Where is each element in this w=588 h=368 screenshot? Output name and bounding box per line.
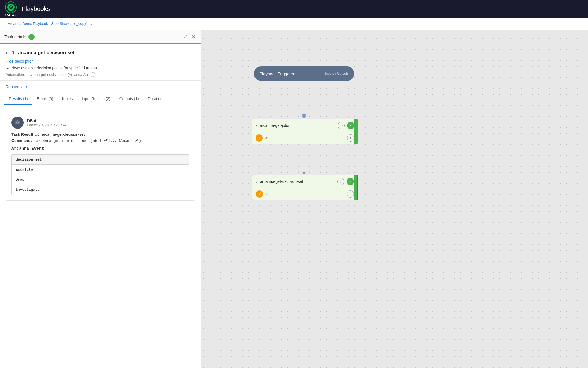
- main-tab[interactable]: Arcanna Demo Playbook - Step Showcase_co…: [4, 18, 96, 30]
- logo-inner: [7, 4, 15, 11]
- node-status-bar-2: [354, 175, 357, 200]
- node-check-icon-2: ✓: [347, 178, 354, 185]
- sub-tabs: Results (1) Errors (0) Inputs Input Resu…: [0, 93, 201, 105]
- svg-rect-5: [16, 123, 19, 124]
- svg-rect-2: [15, 121, 20, 124]
- info-icon[interactable]: i: [91, 72, 95, 77]
- task-name-text: arcanna-get-decision-set: [18, 50, 74, 55]
- page-title: Playbooks: [22, 5, 50, 13]
- automation-label: Automation: 'arcanna-get-decision-set (A…: [6, 72, 89, 77]
- decision-table-header: decision_set: [12, 155, 189, 165]
- task-title-row: › #6 arcanna-get-decision-set: [6, 49, 195, 56]
- canvas-area: Playbook Triggered Inputs / Outputs › ar…: [201, 30, 588, 368]
- node-number: #1: [265, 136, 345, 140]
- node-pause-button-2[interactable]: ⏸: [347, 190, 354, 198]
- svg-marker-10: [302, 116, 306, 119]
- node-play-button-2[interactable]: ▷: [337, 178, 344, 185]
- node-header-selected: › arcanna-get-decision-set ▷ ✓: [252, 175, 357, 188]
- result-task-result-line: Task Result #6: arcanna-get-decision-set: [11, 132, 189, 137]
- result-command-line: Command: !arcanna-get-decision-set job_i…: [11, 138, 189, 143]
- chevron-right-icon: ›: [6, 49, 8, 56]
- tab-inputs[interactable]: Inputs: [58, 93, 77, 105]
- node-number-selected: #6: [265, 192, 344, 196]
- node-footer-selected: ⚡ #6 ⏸: [252, 188, 357, 200]
- node-header: › arcanna-get-jobs ▷ ✓: [252, 119, 358, 132]
- arcanna-event-title: Arcanna Event: [11, 146, 189, 151]
- task-details-left: Task details ✓: [4, 34, 35, 40]
- top-header: XSOAR Playbooks: [0, 0, 588, 18]
- expand-button[interactable]: ⤢: [183, 33, 188, 40]
- logo-circle: [5, 1, 17, 13]
- reopen-section: Reopen task: [0, 81, 201, 93]
- task-description: Retrieve avaiable decision points for sp…: [6, 66, 195, 70]
- command-suffix: (Arcanna.AI): [119, 138, 141, 143]
- task-title-section: › #6 arcanna-get-decision-set Hide descr…: [0, 44, 201, 81]
- task-complete-icon: ✓: [28, 34, 35, 40]
- lightning-icon: ⚡: [256, 134, 263, 142]
- logo[interactable]: XSOAR: [4, 1, 17, 17]
- main-layout: Task details ✓ ⤢ ✕ › #6 arcanna-get-deci…: [0, 30, 588, 368]
- node-check-icon: ✓: [347, 122, 354, 129]
- task-result-label: Task Result: [11, 132, 33, 137]
- node-chevron-icon: ›: [256, 123, 257, 128]
- command-label: Command:: [11, 138, 32, 143]
- dbot-avatar: [11, 117, 24, 129]
- result-header: DBot February 6, 2025 6:21 PM: [11, 117, 189, 129]
- table-row: Escalate: [12, 165, 189, 175]
- result-date: February 6, 2025 6:21 PM: [27, 123, 66, 127]
- node-triggered-label: Playbook Triggered: [259, 71, 295, 76]
- tab-results[interactable]: Results (1): [4, 93, 32, 105]
- tab-outputs[interactable]: Outputs (1): [115, 93, 143, 105]
- task-full-name: #6 arcanna-get-decision-set: [10, 50, 74, 55]
- node-playbook-triggered[interactable]: Playbook Triggered Inputs / Outputs: [254, 66, 354, 81]
- node-actions-selected: ▷ ✓: [337, 178, 354, 185]
- command-value: !arcanna-get-decision-set job_id="1...: [34, 139, 117, 143]
- dbot-icon: [13, 118, 22, 127]
- tab-label: Arcanna Demo Playbook - Step Showcase_co…: [8, 21, 87, 26]
- content-area: DBot February 6, 2025 6:21 PM Task Resul…: [0, 105, 201, 368]
- node-name-selected: arcanna-get-decision-set: [260, 179, 334, 184]
- result-author: DBot: [27, 118, 66, 123]
- tab-close-button[interactable]: ×: [90, 21, 92, 26]
- hide-description-link[interactable]: Hide description: [6, 59, 195, 64]
- task-number: #6: [10, 50, 16, 55]
- node-status-bar: [354, 119, 358, 144]
- decision-table: decision_set Escalate Drop Investigate: [11, 154, 189, 195]
- right-panel: Playbook Triggered Inputs / Outputs › ar…: [201, 30, 588, 368]
- node-triggered-io-label: Inputs / Outputs: [325, 72, 349, 76]
- svg-rect-3: [16, 122, 17, 123]
- task-details-actions: ⤢ ✕: [183, 33, 196, 40]
- result-body: Task Result #6: arcanna-get-decision-set…: [11, 132, 189, 195]
- task-result-value: #6: arcanna-get-decision-set: [35, 132, 85, 137]
- logo-text: XSOAR: [4, 14, 17, 17]
- result-meta: DBot February 6, 2025 6:21 PM: [27, 118, 66, 127]
- tab-input-results[interactable]: Input Results (2): [77, 93, 115, 105]
- svg-point-7: [17, 120, 18, 121]
- node-pause-button[interactable]: ⏸: [347, 134, 354, 142]
- tab-errors[interactable]: Errors (0): [32, 93, 58, 105]
- node-arcanna-get-jobs[interactable]: › arcanna-get-jobs ▷ ✓ ⚡ #1 ⏸: [252, 119, 358, 144]
- tab-bar: Arcanna Demo Playbook - Step Showcase_co…: [0, 18, 588, 30]
- node-play-button[interactable]: ▷: [338, 122, 345, 129]
- node-chevron-icon-2: ›: [256, 179, 257, 184]
- lightning-icon-2: ⚡: [256, 190, 263, 198]
- task-details-title: Task details: [4, 34, 26, 39]
- table-row: Drop: [12, 175, 189, 185]
- svg-marker-11: [302, 172, 306, 175]
- reopen-task-link[interactable]: Reopen task: [6, 84, 28, 89]
- result-entry: DBot February 6, 2025 6:21 PM Task Resul…: [6, 111, 195, 201]
- node-footer: ⚡ #1 ⏸: [252, 132, 358, 144]
- node-arcanna-get-decision-set[interactable]: › arcanna-get-decision-set ▷ ✓ ⚡ #6 ⏸: [252, 175, 358, 200]
- svg-rect-4: [18, 122, 19, 123]
- node-name: arcanna-get-jobs: [260, 123, 335, 128]
- task-details-header: Task details ✓ ⤢ ✕: [0, 30, 201, 44]
- table-row: Investigate: [12, 185, 189, 195]
- xsoar-logo-icon: [8, 5, 13, 10]
- tab-duration[interactable]: Duration: [143, 93, 167, 105]
- close-button[interactable]: ✕: [191, 33, 196, 40]
- left-panel: Task details ✓ ⤢ ✕ › #6 arcanna-get-deci…: [0, 30, 201, 368]
- node-actions: ▷ ✓: [338, 122, 354, 129]
- task-automation: Automation: 'arcanna-get-decision-set (A…: [6, 72, 195, 77]
